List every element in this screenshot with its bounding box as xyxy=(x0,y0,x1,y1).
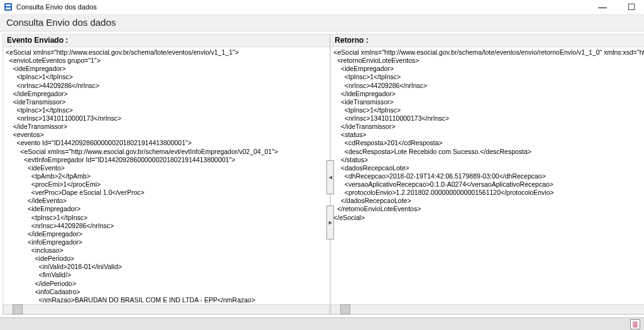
svg-rect-0 xyxy=(4,3,12,11)
h-scrollbar-left[interactable] xyxy=(3,304,330,314)
panel-evento-enviado: Evento Enviado : <eSocial xmlns="http://… xyxy=(3,34,330,315)
collapse-left-button[interactable]: ◄ xyxy=(326,160,334,194)
window-title: Consulta Envio dos dados xyxy=(16,3,97,11)
app-icon xyxy=(4,3,13,11)
page-header: Consulta Envio dos dados xyxy=(0,14,644,31)
status-indicator-icon: 🀫 xyxy=(630,319,640,329)
collapse-right-button[interactable]: ► xyxy=(326,206,334,239)
window-titlebar: Consulta Envio dos dados — ☐ xyxy=(0,0,644,14)
status-bar: 🀫 xyxy=(0,317,644,330)
xml-evento-enviado[interactable]: <eSocial xmlns="http://www.esocial.gov.b… xyxy=(3,47,330,304)
svg-rect-1 xyxy=(6,4,11,6)
splitter-handles: ◄ ► xyxy=(326,160,334,239)
panel-title-left: Evento Enviado : xyxy=(3,35,330,47)
maximize-button[interactable]: ☐ xyxy=(619,0,644,14)
h-scrollbar-right[interactable] xyxy=(331,304,644,314)
minimize-button[interactable]: — xyxy=(590,0,615,14)
main-split: Evento Enviado : <eSocial xmlns="http://… xyxy=(3,34,644,315)
panel-retorno: Retorno : <eSocial xmlns="http://www.eso… xyxy=(330,34,644,315)
panel-title-right: Retorno : xyxy=(331,35,644,47)
svg-rect-2 xyxy=(6,8,11,9)
xml-retorno[interactable]: <eSocial xmlns="http://www.esocial.gov.b… xyxy=(331,47,644,304)
page-title: Consulta Envio dos dados xyxy=(6,17,116,28)
